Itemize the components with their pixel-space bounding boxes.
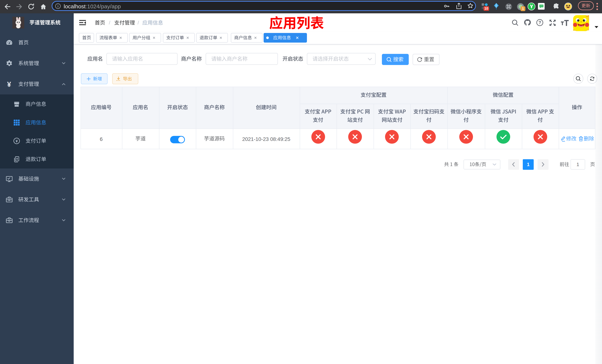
svg-text:¥: ¥ [7,81,11,88]
svg-text:?: ? [538,20,541,25]
svg-text:¥: ¥ [16,139,18,143]
